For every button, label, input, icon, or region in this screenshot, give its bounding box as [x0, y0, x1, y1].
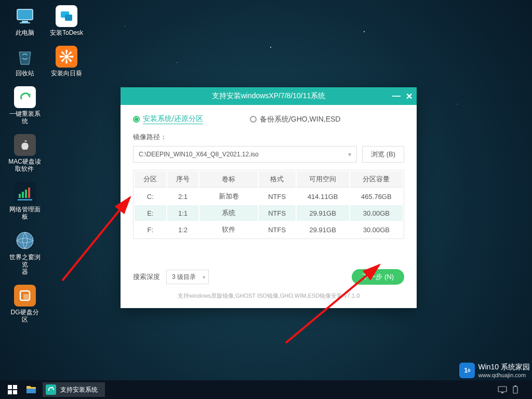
taskbar-active-task[interactable]: 支持安装系统 [43, 382, 105, 397]
radio-install-mode[interactable]: 安装系统/还原分区 [133, 114, 203, 124]
radio-icon [250, 116, 257, 123]
icon-label: DG硬盘分区 [8, 309, 42, 323]
icon-world-browser[interactable]: 世界之窗浏览 器 [8, 230, 42, 275]
icon-sunflower[interactable]: 安装向日葵 [47, 46, 86, 77]
watermark-url: www.qdhuajin.com [478, 372, 530, 378]
radio-backup-mode[interactable]: 备份系统/GHO,WIN,ESD [250, 114, 341, 124]
icon-label: 网络管理面板 [8, 206, 42, 220]
icon-label: 此电脑 [16, 29, 34, 36]
search-depth-select[interactable]: 3 级目录 [166, 270, 209, 284]
svg-rect-8 [18, 199, 32, 201]
svg-rect-27 [514, 385, 516, 387]
browse-button[interactable]: 浏览 (B) [362, 146, 404, 163]
dialog-footer-note: 支持windows原版镜像,GHOST ISO镜像,GHO,WIM,ESD镜像安… [133, 292, 404, 300]
svg-point-9 [17, 232, 33, 249]
depth-value: 3 级目录 [172, 273, 196, 282]
svg-point-14 [64, 55, 69, 59]
table-row[interactable]: F:1:2软件NTFS29.91GB30.00GB [135, 222, 403, 237]
icon-todesk[interactable]: 安装ToDesk [47, 5, 86, 36]
watermark: 10 Win10 系统家园 www.qdhuajin.com [459, 363, 530, 378]
icon-dg-partition[interactable]: DG硬盘分区 [8, 285, 42, 323]
icon-label: 安装向日葵 [51, 70, 82, 77]
icon-network-panel[interactable]: 网络管理面板 [8, 182, 42, 220]
path-label: 镜像路径： [133, 132, 404, 142]
svg-rect-2 [22, 21, 28, 22]
chevron-down-icon: ▼ [347, 152, 352, 157]
svg-rect-17 [8, 385, 12, 389]
tray-battery-icon [512, 385, 518, 394]
svg-rect-3 [20, 22, 30, 23]
svg-rect-26 [513, 387, 517, 393]
svg-rect-0 [17, 9, 33, 20]
th-vol: 卷标 [200, 171, 257, 188]
task-label: 支持安装系统 [60, 385, 98, 394]
th-partition: 分区 [135, 171, 166, 188]
svg-rect-24 [498, 387, 507, 392]
radio-icon [133, 116, 140, 123]
svg-rect-22 [26, 386, 31, 388]
dialog-title: 支持安装windowsXP/7/8/10/11系统 [212, 91, 326, 101]
th-fmt: 格式 [259, 171, 296, 188]
icon-label: 世界之窗浏览 器 [8, 254, 42, 275]
icon-label: MAC硬盘读 取软件 [8, 158, 41, 172]
task-icon [46, 384, 56, 395]
taskbar-explorer[interactable] [22, 380, 41, 399]
icon-recycle-bin[interactable]: 回收站 [8, 46, 42, 77]
svg-rect-11 [23, 294, 29, 299]
icon-label: 回收站 [16, 70, 34, 77]
radio-label: 安装系统/还原分区 [143, 114, 203, 124]
th-free: 可用空间 [297, 171, 349, 188]
svg-rect-23 [26, 389, 36, 393]
svg-rect-19 [8, 390, 12, 394]
system-tray[interactable] [498, 385, 529, 394]
next-button[interactable]: 下一步 (N) [352, 269, 404, 285]
iso-path-dropdown[interactable]: C:\DEEPIN_WIN10_X64_Q8_V2021.12.iso ▼ [133, 146, 357, 163]
dialog-titlebar[interactable]: 支持安装windowsXP/7/8/10/11系统 — ✕ [121, 87, 417, 105]
taskbar: 支持安装系统 [0, 380, 532, 399]
svg-rect-4 [19, 194, 21, 198]
svg-rect-18 [13, 385, 17, 389]
th-cap: 分区容量 [350, 171, 403, 188]
watermark-brand: Win10 系统家园 [478, 363, 530, 372]
partition-table: 分区 序号 卷标 格式 可用空间 分区容量 C:2:1新加卷NTFS414.11… [133, 170, 404, 239]
path-value: C:\DEEPIN_WIN10_X64_Q8_V2021.12.iso [139, 151, 259, 158]
th-seq: 序号 [167, 171, 199, 188]
start-button[interactable] [3, 380, 22, 399]
svg-rect-13 [65, 15, 72, 21]
svg-rect-25 [501, 392, 503, 393]
svg-rect-5 [22, 192, 24, 198]
minimize-button[interactable]: — [392, 91, 401, 101]
close-button[interactable]: ✕ [406, 91, 413, 101]
icon-mac-disk[interactable]: MAC硬盘读 取软件 [8, 134, 42, 172]
icon-this-pc[interactable]: 此电脑 [8, 5, 42, 36]
install-dialog: 支持安装windowsXP/7/8/10/11系统 — ✕ 安装系统/还原分区 … [121, 87, 417, 308]
icon-label: 安装ToDesk [50, 29, 83, 36]
radio-label: 备份系统/GHO,WIN,ESD [260, 115, 341, 124]
svg-rect-7 [28, 188, 30, 198]
search-depth-label: 搜索深度 [133, 272, 160, 282]
icon-reinstall-system[interactable]: 一键重装系统 [8, 86, 42, 125]
svg-rect-6 [25, 190, 27, 198]
table-row[interactable]: C:2:1新加卷NTFS414.11GB465.76GB [135, 189, 403, 204]
watermark-logo: 10 [459, 363, 475, 378]
tray-monitor-icon [498, 386, 507, 393]
svg-rect-20 [13, 390, 17, 394]
icon-label: 一键重装系统 [8, 110, 42, 125]
table-row[interactable]: E:1:1系统NTFS29.91GB30.00GB [135, 205, 403, 221]
